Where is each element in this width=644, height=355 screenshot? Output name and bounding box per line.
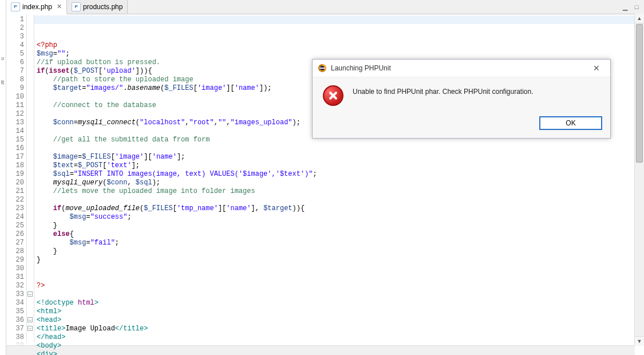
line-number: 16 xyxy=(6,144,24,153)
code-line[interactable]: //path to store the uploaded image xyxy=(37,76,644,84)
line-number: 8 xyxy=(6,76,24,84)
line-number: 27 xyxy=(6,239,24,247)
code-content[interactable]: <?php$msg="";//if upload button is press… xyxy=(34,14,644,355)
code-line[interactable] xyxy=(37,265,644,273)
line-number: 33 xyxy=(6,290,24,299)
code-line[interactable]: $target="images/".basename($_FILES['imag… xyxy=(37,84,644,93)
code-line[interactable]: $msg="fail"; xyxy=(37,239,644,247)
code-line[interactable]: <!doctype html> xyxy=(37,299,644,307)
line-number: 25 xyxy=(6,222,24,230)
code-line[interactable]: <body> xyxy=(37,342,644,350)
line-number: 5 xyxy=(6,50,24,58)
line-number: 15 xyxy=(6,136,24,144)
line-number: 13 xyxy=(6,119,24,127)
code-line[interactable]: //connect to the database xyxy=(37,101,644,110)
code-editor[interactable]: 1234567891011121314151617181920212223242… xyxy=(6,14,644,355)
line-number-gutter: 1234567891011121314151617181920212223242… xyxy=(6,14,27,355)
code-line[interactable]: <title>Image Upload</title> xyxy=(37,325,644,333)
fold-toggle-icon[interactable]: − xyxy=(27,326,33,331)
line-number: 6 xyxy=(6,58,24,67)
line-number: 22 xyxy=(6,196,24,204)
scroll-up-arrow-icon[interactable]: ▲ xyxy=(635,14,644,23)
code-line[interactable]: $sql="INSERT INTO images(image, text) VA… xyxy=(37,170,644,179)
line-number: 12 xyxy=(6,110,24,119)
fold-toggle-icon[interactable]: − xyxy=(27,291,33,297)
code-line[interactable]: $msg="success"; xyxy=(37,213,644,222)
line-number: 34 xyxy=(6,299,24,307)
minimized-view-strip: n ar xyxy=(0,0,6,355)
line-number: 9 xyxy=(6,84,24,93)
line-number: 38 xyxy=(6,333,24,342)
editor-tab-bar: P index.php ✕ P products.php ▁ □ xyxy=(6,0,644,14)
line-number: 21 xyxy=(6,187,24,196)
current-line-highlight xyxy=(34,15,644,24)
maximize-icon[interactable]: □ xyxy=(633,3,641,10)
line-number: 30 xyxy=(6,265,24,273)
line-number: 14 xyxy=(6,127,24,136)
line-number: 20 xyxy=(6,179,24,187)
editor-area: P index.php ✕ P products.php ▁ □ 1234567… xyxy=(6,0,644,355)
line-number: 29 xyxy=(6,256,24,265)
line-number: 17 xyxy=(6,153,24,161)
code-line[interactable]: if(move_uploaded_file($_FILES['tmp_name'… xyxy=(37,204,644,213)
code-line[interactable] xyxy=(37,144,644,153)
code-line[interactable]: <?php xyxy=(37,41,644,50)
line-number: 18 xyxy=(6,161,24,170)
line-number: 4 xyxy=(6,41,24,50)
line-number: 32 xyxy=(6,282,24,290)
code-line[interactable]: } xyxy=(37,256,644,265)
code-line[interactable]: $text=$_POST['text']; xyxy=(37,161,644,170)
minimized-view-1[interactable]: n xyxy=(0,57,6,60)
code-line[interactable]: <div> xyxy=(37,350,644,355)
code-line[interactable]: else{ xyxy=(37,230,644,239)
code-line[interactable] xyxy=(37,290,644,299)
fold-toggle-icon[interactable]: − xyxy=(27,317,33,322)
code-line[interactable]: $msg=""; xyxy=(37,50,644,58)
tab-label: index.php xyxy=(22,3,52,11)
line-number: 24 xyxy=(6,213,24,222)
minimized-view-2[interactable]: ar xyxy=(0,80,6,85)
code-line[interactable]: //lets move the uploaded image into fold… xyxy=(37,187,644,196)
code-line[interactable]: } xyxy=(37,247,644,256)
code-line[interactable]: } xyxy=(37,222,644,230)
code-line[interactable] xyxy=(37,273,644,282)
line-number: 35 xyxy=(6,307,24,316)
line-number: 7 xyxy=(6,67,24,76)
line-number: 28 xyxy=(6,247,24,256)
minimize-icon[interactable]: ▁ xyxy=(621,3,629,11)
tab-index-php[interactable]: P index.php ✕ xyxy=(6,0,67,14)
code-line[interactable]: $conn=mysqli_connect("localhost","root",… xyxy=(37,119,644,127)
line-number: 19 xyxy=(6,170,24,179)
line-number: 36 xyxy=(6,316,24,325)
code-line[interactable]: $image=$_FILES['image']['name']; xyxy=(37,153,644,161)
code-line[interactable] xyxy=(37,93,644,101)
line-number: 11 xyxy=(6,101,24,110)
code-line[interactable]: </head> xyxy=(37,333,644,342)
line-number: 10 xyxy=(6,93,24,101)
tab-label: products.php xyxy=(83,3,123,11)
code-line[interactable] xyxy=(37,127,644,136)
code-line[interactable] xyxy=(37,196,644,204)
line-number: 1 xyxy=(6,15,24,24)
php-file-icon: P xyxy=(11,2,20,11)
fold-column: −−− xyxy=(27,14,34,355)
line-number: 2 xyxy=(6,24,24,33)
line-number: 31 xyxy=(6,273,24,282)
code-line[interactable]: mysqli_query($conn, $sql); xyxy=(37,179,644,187)
php-file-icon: P xyxy=(72,2,81,11)
line-number: 37 xyxy=(6,325,24,333)
line-number: 3 xyxy=(6,33,24,41)
code-line[interactable]: if(isset($_POST['upload'])){ xyxy=(37,67,644,76)
code-line[interactable]: //get all the submitted data from form xyxy=(37,136,644,144)
close-icon[interactable]: ✕ xyxy=(54,3,62,10)
line-number: 23 xyxy=(6,204,24,213)
code-line[interactable]: //if upload button is pressed. xyxy=(37,58,644,67)
line-number: 26 xyxy=(6,230,24,239)
tab-products-php[interactable]: P products.php xyxy=(67,0,128,14)
code-line[interactable]: <html> xyxy=(37,307,644,316)
code-line[interactable]: <head> xyxy=(37,316,644,325)
code-line[interactable]: ?> xyxy=(37,282,644,290)
tab-bar-controls: ▁ □ xyxy=(621,0,644,14)
code-line[interactable] xyxy=(37,110,644,119)
